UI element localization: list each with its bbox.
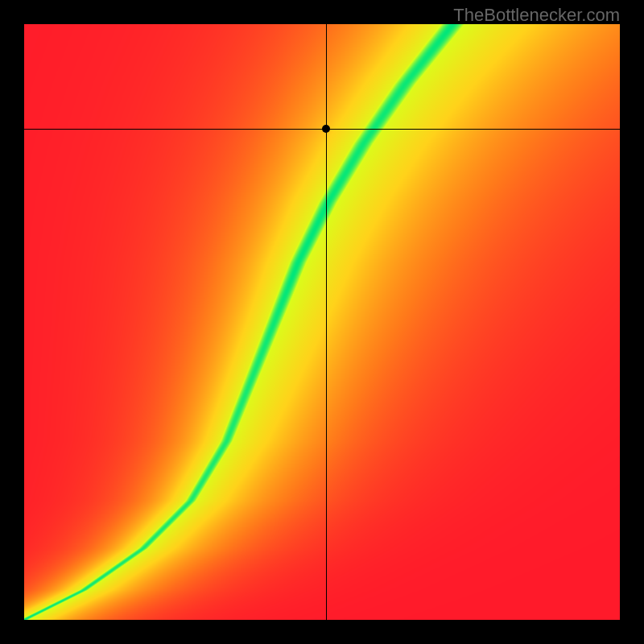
chart-container: TheBottlenecker.com [0, 0, 644, 644]
crosshair-vertical [326, 24, 327, 620]
heatmap-canvas [24, 24, 620, 620]
watermark-text: TheBottlenecker.com [453, 5, 620, 26]
heatmap-plot [24, 24, 620, 620]
marker-point [322, 125, 330, 133]
